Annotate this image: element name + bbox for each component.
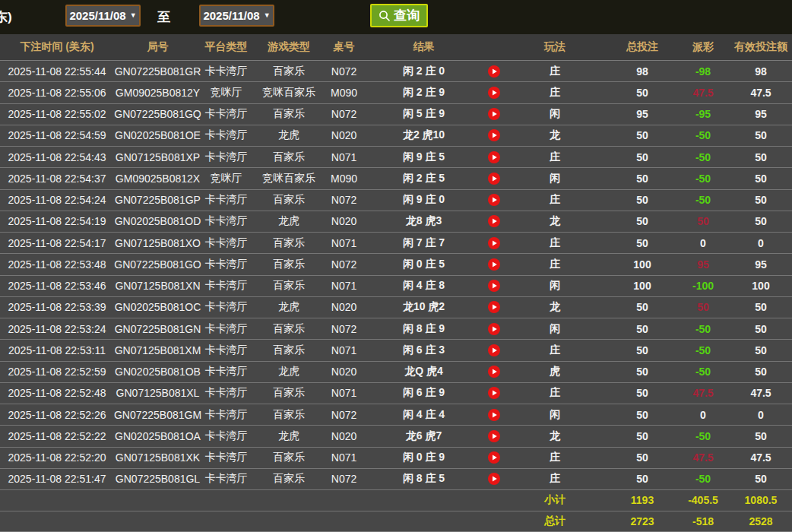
game-id-cell: GN07225B081GR	[114, 65, 201, 78]
result-cell: 闲 4 庄 8	[361, 279, 486, 293]
platform-cell: 卡卡湾厅	[201, 150, 251, 164]
game-id-cell: GN07225B081GL	[114, 473, 201, 485]
play-cell	[486, 451, 502, 464]
payout-cell: -50	[676, 344, 730, 356]
play-icon[interactable]	[488, 409, 500, 421]
game-type-cell: 百家乐	[251, 408, 327, 422]
play-cell	[486, 323, 502, 335]
platform-cell: 卡卡湾厅	[201, 429, 251, 443]
play-icon[interactable]	[488, 194, 500, 206]
play-icon[interactable]	[488, 451, 500, 464]
payout-cell: 50	[676, 215, 730, 227]
result-cell: 闲 8 庄 5	[361, 472, 486, 486]
date-from-select[interactable]: 2025/11/08 ▼	[65, 5, 141, 27]
play-icon[interactable]	[488, 366, 500, 378]
result-cell: 闲 9 庄 5	[361, 150, 486, 164]
play-cell	[486, 409, 502, 421]
total-bet-cell: 50	[608, 215, 676, 227]
valid-bet-cell: 47.5	[730, 387, 792, 399]
payout-cell: -95	[676, 108, 730, 120]
total-bet-cell: 50	[608, 237, 676, 249]
play-icon[interactable]	[488, 151, 500, 163]
query-button[interactable]: 查询	[370, 4, 428, 27]
total-bet-cell: 50	[608, 344, 676, 356]
bet-type-cell: 庄	[502, 150, 608, 164]
platform-cell: 卡卡湾厅	[201, 365, 251, 378]
game-id-cell: GN07125B081XP	[114, 151, 201, 163]
play-icon[interactable]	[488, 430, 500, 442]
bet-time-cell: 2025-11-08 22:54:43	[0, 151, 114, 163]
play-icon[interactable]	[488, 173, 500, 185]
game-id-cell: GN07125B081XN	[114, 280, 201, 292]
game-id-cell: GN07125B081XO	[114, 237, 201, 249]
play-icon[interactable]	[488, 65, 500, 78]
col-platform: 平台类型	[201, 40, 251, 54]
date-to-select[interactable]: 2025/11/08 ▼	[199, 5, 274, 27]
play-icon[interactable]	[488, 323, 500, 335]
bet-time-cell: 2025-11-08 22:54:59	[0, 129, 114, 141]
table-row: 2025-11-08 22:55:02GN07225B081GQ卡卡湾厅百家乐N…	[0, 104, 792, 125]
game-type-cell: 百家乐	[251, 150, 327, 164]
game-type-cell: 竞咪百家乐	[251, 86, 327, 100]
play-icon[interactable]	[488, 473, 500, 485]
table-no-cell: N072	[327, 194, 361, 206]
bet-time-cell: 2025-11-08 22:55:06	[0, 87, 114, 99]
result-cell: 闲 5 庄 9	[361, 107, 486, 121]
play-icon[interactable]	[488, 87, 500, 99]
platform-cell: 卡卡湾厅	[201, 300, 251, 314]
platform-cell: 卡卡湾厅	[201, 236, 251, 250]
total-bet-cell: 50	[608, 473, 676, 485]
game-id-cell: GM09025B0812X	[114, 173, 201, 185]
payout-cell: -50	[676, 151, 730, 163]
game-id-cell: GN07225B081GM	[114, 409, 201, 421]
table-row: 2025-11-08 22:52:59GN02025B081OB卡卡湾厅龙虎N0…	[0, 362, 792, 383]
table-no-cell: N072	[327, 258, 361, 271]
payout-cell: 95	[676, 258, 730, 271]
result-cell: 闲 6 庄 3	[361, 344, 486, 357]
platform-cell: 卡卡湾厅	[201, 258, 251, 271]
valid-bet-cell: 50	[730, 151, 792, 163]
bet-time-cell: 2025-11-08 22:55:44	[0, 65, 114, 78]
table-row: 2025-11-08 22:53:46GN07125B081XN卡卡湾厅百家乐N…	[0, 276, 792, 297]
bet-type-cell: 庄	[502, 65, 608, 78]
play-icon[interactable]	[488, 387, 500, 399]
table-row: 2025-11-08 22:53:11GN07125B081XM卡卡湾厅百家乐N…	[0, 340, 792, 361]
valid-bet-cell: 0	[730, 237, 792, 249]
platform-cell: 卡卡湾厅	[201, 279, 251, 293]
total-bet-cell: 50	[608, 366, 676, 378]
search-icon	[379, 10, 391, 22]
game-type-cell: 龙虎	[251, 365, 327, 378]
play-icon[interactable]	[488, 129, 500, 141]
play-cell	[486, 151, 502, 163]
platform-cell: 卡卡湾厅	[201, 65, 251, 78]
table-row: 2025-11-08 22:53:48GN07225B081GO卡卡湾厅百家乐N…	[0, 254, 792, 275]
game-type-cell: 百家乐	[251, 451, 327, 464]
table-row: 2025-11-08 22:54:43GN07125B081XP卡卡湾厅百家乐N…	[0, 147, 792, 168]
bet-time-cell: 2025-11-08 22:52:59	[0, 366, 114, 378]
subtotal-row: 小计 1193 -405.5 1080.5	[0, 490, 792, 511]
bet-time-cell: 2025-11-08 22:53:48	[0, 258, 114, 271]
play-icon[interactable]	[488, 108, 500, 120]
platform-cell: 卡卡湾厅	[201, 322, 251, 336]
play-cell	[486, 258, 502, 271]
payout-cell: 50	[676, 301, 730, 313]
total-bet-cell: 50	[608, 87, 676, 99]
play-icon[interactable]	[488, 258, 500, 271]
result-cell: 龙Q 虎4	[361, 365, 486, 378]
payout-cell: 47.5	[676, 87, 730, 99]
col-bet-type: 玩法	[502, 40, 608, 54]
play-icon[interactable]	[488, 301, 500, 313]
table-row: 2025-11-08 22:52:20GN07125B081XK卡卡湾厅百家乐N…	[0, 448, 792, 469]
game-id-cell: GM09025B0812Y	[114, 87, 201, 99]
table-body: 2025-11-08 22:55:44GN07225B081GR卡卡湾厅百家乐N…	[0, 61, 792, 490]
bet-time-cell: 2025-11-08 22:53:24	[0, 323, 114, 335]
play-icon[interactable]	[488, 237, 500, 249]
play-cell	[486, 430, 502, 442]
play-cell	[486, 280, 502, 292]
platform-cell: 卡卡湾厅	[201, 472, 251, 486]
play-icon[interactable]	[488, 280, 500, 292]
play-icon[interactable]	[488, 344, 500, 356]
play-icon[interactable]	[488, 215, 500, 227]
table-row: 2025-11-08 22:53:39GN02025B081OC卡卡湾厅龙虎N0…	[0, 297, 792, 318]
valid-bet-cell: 50	[730, 430, 792, 442]
